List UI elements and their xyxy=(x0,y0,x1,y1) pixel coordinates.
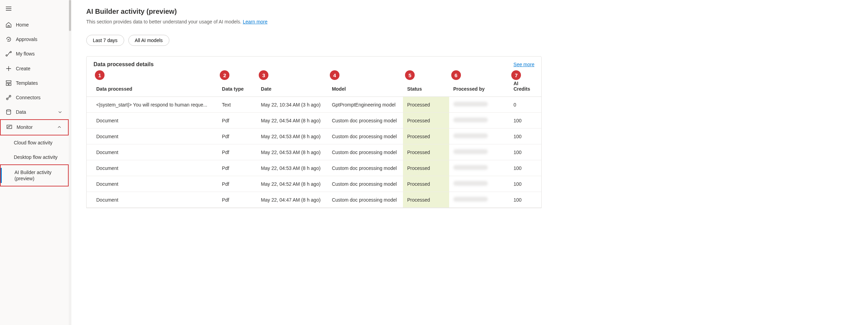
page-description: This section provides data to better und… xyxy=(86,19,542,24)
card-title: Data processed details xyxy=(93,61,154,68)
svg-rect-3 xyxy=(6,83,8,85)
filter-pills: Last 7 days All AI models xyxy=(86,35,542,46)
table-row[interactable]: DocumentPdfMay 22, 04:54 AM (8 h ago)Cus… xyxy=(87,113,541,129)
filter-date-range[interactable]: Last 7 days xyxy=(86,35,124,46)
sidebar-item-desktop-flow-activity[interactable]: Desktop flow activity xyxy=(0,150,69,164)
col-label: Model xyxy=(332,86,346,92)
cell-date: May 22, 04:54 AM (8 h ago) xyxy=(257,113,328,129)
col-label: Data processed xyxy=(96,86,132,92)
table-row[interactable]: DocumentPdfMay 22, 04:52 AM (8 h ago)Cus… xyxy=(87,176,541,192)
cell-date: May 22, 10:34 AM (3 h ago) xyxy=(257,97,328,113)
table-row[interactable]: DocumentPdfMay 22, 04:53 AM (8 h ago)Cus… xyxy=(87,144,541,160)
cell-ai-credits: 0 xyxy=(509,97,541,113)
sidebar-item-label: Data xyxy=(16,109,26,115)
cell-status: Processed xyxy=(403,192,449,208)
annotation-badge-2: 2 xyxy=(220,70,229,80)
cell-ai-credits: 100 xyxy=(509,144,541,160)
cell-ai-credits: 100 xyxy=(509,176,541,192)
sidebar-item-label: Connectors xyxy=(16,94,41,101)
cell-model: Custom doc processing model xyxy=(328,113,403,129)
hamburger-button[interactable] xyxy=(0,3,69,18)
cell-processed-by xyxy=(449,129,510,144)
annotation-badge-4: 4 xyxy=(330,70,339,80)
col-data-processed[interactable]: 1 Data processed xyxy=(87,71,218,97)
learn-more-link[interactable]: Learn more xyxy=(243,19,268,24)
cell-processed-by xyxy=(449,97,510,113)
cell-date: May 22, 04:53 AM (8 h ago) xyxy=(257,160,328,176)
col-label: Status xyxy=(407,86,422,92)
cell-status: Processed xyxy=(403,176,449,192)
cell-date: May 22, 04:53 AM (8 h ago) xyxy=(257,129,328,144)
col-label: AI Credits xyxy=(513,81,530,92)
hamburger-icon xyxy=(6,6,12,12)
sidebar-item-ai-builder-activity[interactable]: AI Builder activity (preview) xyxy=(0,164,69,186)
cell-ai-credits: 100 xyxy=(509,192,541,208)
sidebar: Home Approvals My flows Create Templates xyxy=(0,0,69,325)
cell-model: Custom doc processing model xyxy=(328,160,403,176)
sidebar-item-approvals[interactable]: Approvals xyxy=(0,32,69,47)
annotation-badge-7: 7 xyxy=(511,70,521,80)
col-model[interactable]: 4 Model xyxy=(328,71,403,97)
cell-data-processed: Document xyxy=(87,129,218,144)
cell-data-type: Text xyxy=(218,97,257,113)
cell-model: Custom doc processing model xyxy=(328,192,403,208)
sidebar-item-label: AI Builder activity (preview) xyxy=(14,169,62,182)
card-header: Data processed details See more xyxy=(87,57,541,71)
col-status[interactable]: 5 Status xyxy=(403,71,449,97)
cell-processed-by xyxy=(449,144,510,160)
sidebar-scrollbar[interactable] xyxy=(69,0,71,325)
cell-data-processed: Document xyxy=(87,144,218,160)
table-row[interactable]: DocumentPdfMay 22, 04:53 AM (8 h ago)Cus… xyxy=(87,129,541,144)
cell-processed-by xyxy=(449,192,510,208)
sidebar-item-label: My flows xyxy=(16,51,34,57)
main-content: AI Builder activity (preview) This secti… xyxy=(69,0,542,325)
redacted-text xyxy=(453,118,488,122)
cell-date: May 22, 04:47 AM (8 h ago) xyxy=(257,192,328,208)
annotation-badge-5: 5 xyxy=(405,70,415,80)
cell-processed-by xyxy=(449,113,510,129)
sidebar-item-cloud-flow-activity[interactable]: Cloud flow activity xyxy=(0,135,69,150)
sidebar-item-create[interactable]: Create xyxy=(0,61,69,76)
cell-data-processed: Document xyxy=(87,192,218,208)
annotation-badge-6: 6 xyxy=(451,70,461,80)
col-ai-credits[interactable]: 7 AI Credits xyxy=(509,71,541,97)
see-more-link[interactable]: See more xyxy=(513,62,534,67)
cell-data-type: Pdf xyxy=(218,192,257,208)
data-icon xyxy=(6,109,12,115)
svg-point-5 xyxy=(7,98,8,100)
approvals-icon xyxy=(6,36,12,42)
sidebar-item-connectors[interactable]: Connectors xyxy=(0,90,69,105)
table-row[interactable]: DocumentPdfMay 22, 04:47 AM (8 h ago)Cus… xyxy=(87,192,541,208)
chevron-down-icon xyxy=(57,109,63,115)
cell-model: Custom doc processing model xyxy=(328,144,403,160)
cell-data-processed: <|system_start|> You will respond to hum… xyxy=(87,97,218,113)
cell-data-type: Pdf xyxy=(218,113,257,129)
col-processed-by[interactable]: 6 Processed by xyxy=(449,71,510,97)
table-row[interactable]: <|system_start|> You will respond to hum… xyxy=(87,97,541,113)
sidebar-item-label: Create xyxy=(16,65,30,72)
cell-ai-credits: 100 xyxy=(509,160,541,176)
col-label: Processed by xyxy=(453,86,485,92)
sidebar-item-templates[interactable]: Templates xyxy=(0,76,69,90)
table-row[interactable]: DocumentPdfMay 22, 04:53 AM (8 h ago)Cus… xyxy=(87,160,541,176)
col-data-type[interactable]: 2 Data type xyxy=(218,71,257,97)
cell-data-type: Pdf xyxy=(218,144,257,160)
cell-status: Processed xyxy=(403,160,449,176)
table-header-row: 1 Data processed 2 Data type 3 Date 4 xyxy=(87,71,541,97)
redacted-text xyxy=(453,165,488,170)
svg-point-1 xyxy=(10,51,11,53)
cell-status: Processed xyxy=(403,129,449,144)
sidebar-item-my-flows[interactable]: My flows xyxy=(0,47,69,61)
redacted-text xyxy=(453,197,488,202)
sidebar-item-data[interactable]: Data xyxy=(0,105,69,119)
sidebar-item-label: Home xyxy=(16,22,29,28)
sidebar-item-home[interactable]: Home xyxy=(0,18,69,32)
col-date[interactable]: 3 Date xyxy=(257,71,328,97)
data-processed-card: Data processed details See more 1 Data p… xyxy=(86,56,542,208)
sidebar-item-monitor[interactable]: Monitor xyxy=(0,119,69,135)
sidebar-item-label: Approvals xyxy=(16,36,37,42)
cell-data-type: Pdf xyxy=(218,160,257,176)
cell-status: Processed xyxy=(403,97,449,113)
filter-model[interactable]: All AI models xyxy=(128,35,169,46)
templates-icon xyxy=(6,80,12,86)
